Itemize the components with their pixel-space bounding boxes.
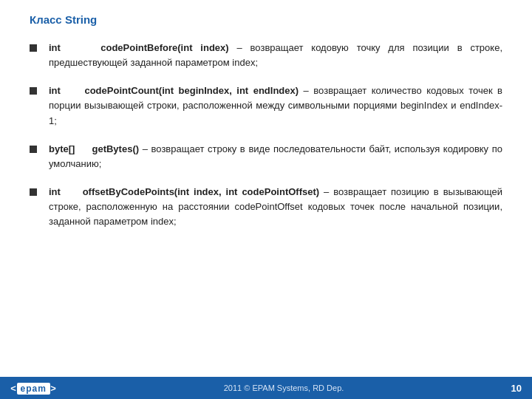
bullet-icon [30,185,43,197]
bullet-icon [30,41,43,52]
method-prefix-2: int [49,85,61,96]
logo-text: epam [17,383,50,395]
item-text-2: int codePointCount(int beginIndex, int e… [49,83,502,128]
method-prefix-3: byte[] [49,143,75,154]
method-dash-3: – [143,143,151,154]
method-dash-2: – [304,85,314,96]
bullet-icon [30,143,43,154]
list-item: byte[] getBytes() – возвращает строку в … [30,142,502,171]
item-text-4: int offsetByCodePoints(int index, int co… [49,185,502,229]
footer-page-number: 10 [511,383,522,394]
footer-copyright: 2011 © EPAM Systems, RD Dep. [224,383,344,392]
method-prefix-1: int [49,42,61,53]
list-item: int offsetByCodePoints(int index, int co… [30,185,502,229]
bullet-icon [30,84,43,95]
item-text-1: int codePointBefore(int index) – возвращ… [49,41,502,70]
method-name-2: codePointCount(int beginIndex, int endIn… [84,85,299,96]
method-name-3: getBytes() [92,143,139,154]
list-item: int codePointBefore(int index) – возвращ… [30,41,502,70]
method-prefix-4: int [49,186,61,197]
method-dash-1: – [236,42,250,53]
item-text-3: byte[] getBytes() – возвращает строку в … [49,142,502,171]
method-name-4: offsetByCodePoints(int index, int codePo… [83,186,319,197]
list-item: int codePointCount(int beginIndex, int e… [30,83,502,128]
method-name-1: codePointBefore(int index) [100,42,228,53]
content-area: int codePointBefore(int index) – возвращ… [0,33,532,250]
footer: <epam> 2011 © EPAM Systems, RD Dep. 10 [0,377,532,399]
method-dash-4: – [324,186,333,197]
page-title: Класс String [0,0,532,33]
footer-logo: <epam> [10,383,57,394]
